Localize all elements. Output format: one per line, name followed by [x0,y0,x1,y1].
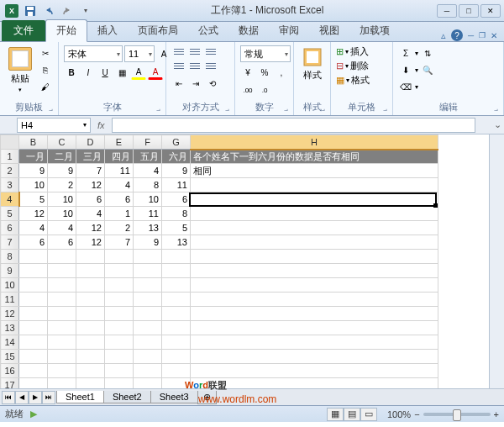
cell[interactable]: 二月 [48,150,76,164]
cell[interactable]: 8 [134,178,162,192]
cell[interactable] [19,350,48,364]
qat-dropdown-icon[interactable]: ▾ [77,3,94,19]
cell[interactable] [76,364,105,378]
tab-data[interactable]: 数据 [228,20,269,41]
cell[interactable] [191,235,438,250]
row-header-3[interactable]: 3 [1,178,19,192]
cell[interactable]: 7 [105,235,134,250]
cell[interactable]: 8 [162,207,191,221]
cell[interactable] [162,350,191,364]
row-header-1[interactable]: 1 [1,150,19,164]
column-header-G[interactable]: G [162,135,191,150]
tab-formulas[interactable]: 公式 [188,20,228,41]
cell[interactable] [48,350,76,364]
copy-icon[interactable]: ⎘ [38,62,53,77]
row-header-12[interactable]: 12 [1,307,19,321]
cell[interactable] [19,307,48,321]
cell[interactable]: 五月 [134,150,162,164]
cell[interactable] [105,307,134,321]
cell[interactable] [191,335,438,350]
fill-color-icon[interactable]: A [131,65,146,80]
tab-addins[interactable]: 加载项 [349,20,400,41]
cell[interactable] [191,278,438,293]
cell[interactable] [19,278,48,293]
cell[interactable]: 12 [76,178,105,192]
sheet-nav-prev-icon[interactable]: ◀ [15,391,29,404]
delete-cells-button[interactable]: ⊟▾删除 [336,60,369,72]
cell[interactable] [191,321,438,335]
cell[interactable]: 7 [76,164,105,178]
cell[interactable]: 六月 [162,150,191,164]
fill-icon[interactable]: ⬇ [398,62,413,77]
sheet-tab-Sheet3[interactable]: Sheet3 [150,391,198,403]
sheet-nav-next-icon[interactable]: ▶ [29,391,42,404]
cell[interactable]: 11 [105,164,134,178]
cell[interactable] [162,250,191,264]
cell[interactable]: 6 [162,192,191,207]
cell[interactable]: 6 [19,235,48,250]
row-header-7[interactable]: 7 [1,235,19,250]
orientation-icon[interactable]: ⟲ [205,76,220,91]
cell[interactable] [48,364,76,378]
comma-icon[interactable]: , [274,65,289,80]
cell[interactable] [105,378,134,389]
cell[interactable]: 6 [105,192,134,207]
cell[interactable] [105,250,134,264]
cell[interactable] [134,250,162,264]
view-pagebreak-icon[interactable]: ▭ [360,408,377,421]
cell[interactable] [105,293,134,307]
cell[interactable] [134,350,162,364]
cell[interactable] [48,307,76,321]
doc-close-icon[interactable]: ✕ [491,31,497,40]
align-center-icon[interactable] [187,60,202,73]
cell[interactable]: 4 [105,178,134,192]
cell[interactable] [48,250,76,264]
cell[interactable] [191,378,438,389]
cell[interactable] [105,335,134,350]
cell[interactable] [48,264,76,278]
cell[interactable] [191,293,438,307]
cut-icon[interactable]: ✂ [38,45,53,61]
cell[interactable]: 11 [162,178,191,192]
font-name-combo[interactable]: 宋体▾ [64,45,123,62]
styles-button[interactable]: 样式 [299,45,325,83]
cell[interactable] [48,335,76,350]
cell[interactable]: 12 [19,207,48,221]
number-format-combo[interactable]: 常规▾ [240,45,291,62]
cell[interactable]: 5 [162,221,191,235]
formula-expand-icon[interactable]: ⌄ [491,119,504,130]
cell[interactable]: 4 [76,207,105,221]
view-normal-icon[interactable]: ▦ [327,408,344,421]
cell[interactable]: 10 [19,178,48,192]
cell[interactable] [191,178,438,192]
row-header-11[interactable]: 11 [1,293,19,307]
column-header-D[interactable]: D [76,135,105,150]
cell[interactable] [162,307,191,321]
cell[interactable] [105,364,134,378]
cell[interactable] [19,321,48,335]
cell[interactable]: 相同 [191,164,438,178]
cell[interactable]: 9 [48,164,76,178]
sheet-tab-Sheet2[interactable]: Sheet2 [103,391,151,403]
cell[interactable] [76,350,105,364]
cell[interactable] [191,307,438,321]
cell[interactable] [162,378,191,389]
column-header-H[interactable]: H [191,135,438,150]
cell[interactable] [76,307,105,321]
help-icon[interactable]: ? [451,29,463,41]
cell[interactable] [134,321,162,335]
cell[interactable]: 9 [134,235,162,250]
bold-button[interactable]: B [64,65,79,80]
ribbon-minimize-icon[interactable]: ▵ [441,30,446,41]
column-header-B[interactable]: B [19,135,48,150]
zoom-out-button[interactable]: − [414,409,419,419]
cell[interactable]: 1 [105,207,134,221]
paste-button[interactable]: 粘贴 ▾ [5,45,34,95]
name-box[interactable]: H4▾ [17,118,91,133]
decrease-decimal-icon[interactable]: .0 [257,82,272,98]
align-middle-icon[interactable] [187,45,202,59]
cell[interactable] [76,321,105,335]
font-size-combo[interactable]: 11▾ [124,45,155,62]
cell[interactable] [76,335,105,350]
autosum-icon[interactable]: Σ [398,45,413,61]
